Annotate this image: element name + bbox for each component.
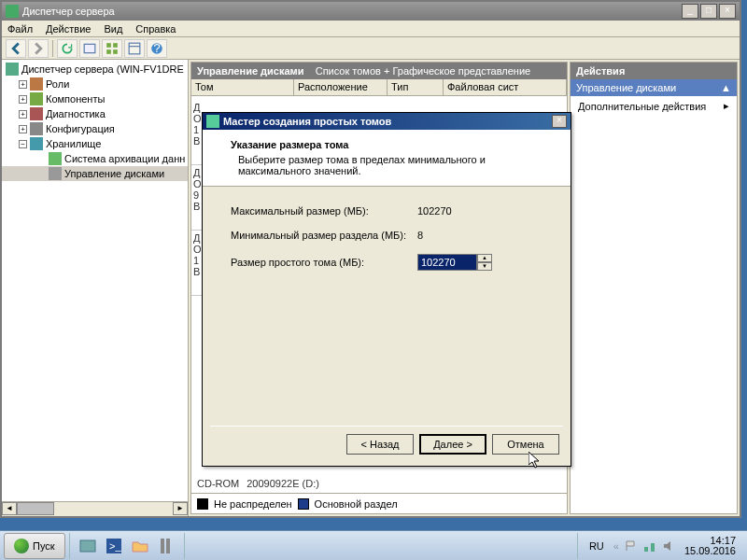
disk-icon — [49, 167, 62, 180]
back-button[interactable]: < Назад — [346, 434, 414, 455]
col-layout[interactable]: Расположение — [294, 79, 388, 95]
start-label: Пуск — [33, 540, 55, 552]
cancel-button[interactable]: Отмена — [492, 434, 559, 455]
menubar: Файл Действие Вид Справка — [2, 21, 740, 37]
tree-diag-label: Диагностика — [46, 108, 106, 119]
forward-button[interactable] — [28, 39, 49, 58]
spin-down-button[interactable]: ▼ — [477, 262, 492, 271]
collapse-icon[interactable]: − — [19, 140, 27, 148]
tree-root[interactable]: Диспетчер сервера (WIN-FV1DRE — [2, 62, 188, 77]
menu-help[interactable]: Справка — [135, 23, 176, 35]
volume-size-label: Размер простого тома (МБ): — [231, 257, 417, 268]
tree-diagnostics[interactable]: +Диагностика — [2, 106, 188, 121]
actions-diskmgmt-header[interactable]: Управление дисками ▲ — [571, 79, 737, 96]
taskbar-explorer[interactable] — [128, 534, 152, 558]
svg-rect-16 — [651, 543, 655, 552]
tree-components[interactable]: +Компоненты — [2, 91, 188, 106]
svg-text:?: ? — [153, 42, 160, 55]
wizard-body: Максимальный размер (МБ): 102270 Минимал… — [203, 187, 571, 302]
clock-date: 15.09.2016 — [684, 546, 736, 556]
tree-hscroll[interactable]: ◄ ► — [2, 501, 188, 516]
wizard-titlebar[interactable]: Мастер создания простых томов × — [203, 113, 571, 130]
disk-header-title: Управление дисками — [197, 65, 303, 77]
tree-backup-label: Система архивации данн — [64, 153, 185, 164]
clock[interactable]: 14:17 15.09.2016 — [681, 536, 740, 556]
language-indicator[interactable]: RU — [585, 540, 608, 552]
start-button[interactable]: Пуск — [4, 533, 65, 559]
menu-view[interactable]: Вид — [104, 23, 122, 35]
legend-unalloc-swatch — [197, 498, 208, 510]
tree-config[interactable]: +Конфигурация — [2, 121, 188, 136]
windows-orb-icon — [14, 539, 29, 553]
spin-up-button[interactable]: ▲ — [477, 254, 492, 262]
menu-action[interactable]: Действие — [46, 23, 91, 35]
svg-rect-2 — [113, 43, 118, 48]
toolbar-button-1[interactable] — [102, 39, 122, 58]
svg-rect-4 — [113, 49, 118, 54]
taskbar-app[interactable] — [154, 534, 178, 558]
actions-more[interactable]: Дополнительные действия ▸ — [571, 96, 737, 116]
menu-file[interactable]: Файл — [7, 23, 33, 35]
col-fs[interactable]: Файловая сист — [444, 79, 567, 95]
wizard-separator — [210, 426, 563, 427]
toolbar: ? — [2, 37, 740, 60]
chevron-right-icon: ▸ — [724, 100, 729, 112]
scroll-left[interactable]: ◄ — [2, 502, 17, 515]
expand-icon[interactable]: + — [19, 95, 27, 104]
backup-icon — [49, 152, 62, 165]
tree-diskmgmt[interactable]: Управление дисками — [2, 166, 188, 181]
app-icon — [6, 5, 19, 18]
scroll-right[interactable]: ► — [173, 502, 188, 515]
wizard-close-button[interactable]: × — [552, 115, 567, 128]
min-size-value: 8 — [417, 230, 492, 241]
tree-backup[interactable]: Система архивации данн — [2, 151, 188, 166]
toolbar-separator — [52, 40, 53, 57]
volume-size-input[interactable] — [417, 254, 477, 271]
svg-rect-5 — [129, 43, 140, 54]
wizard-icon — [206, 115, 219, 128]
tray-separator: « — [613, 540, 619, 552]
taskbar: Пуск >_ RU « 14:17 15.09.2016 — [0, 530, 747, 560]
window-title: Диспетчер сервера — [22, 6, 680, 17]
svg-rect-13 — [166, 539, 170, 553]
back-button[interactable] — [6, 39, 26, 58]
min-size-row: Минимальный размер раздела (МБ): 8 — [231, 230, 543, 241]
tree-root-label: Диспетчер сервера (WIN-FV1DRE — [21, 63, 184, 75]
flag-icon[interactable] — [625, 539, 638, 553]
collapse-icon[interactable]: ▲ — [721, 82, 731, 93]
col-type[interactable]: Тип — [388, 79, 444, 95]
volume-size-row: Размер простого тома (МБ): ▲ ▼ — [231, 254, 543, 271]
toolbar-button-2[interactable] — [124, 39, 145, 58]
svg-rect-9 — [80, 540, 95, 552]
diagnostics-icon — [30, 107, 43, 120]
wizard-subtitle: Выберите размер тома в пределах минималь… — [238, 154, 556, 176]
close-button[interactable]: × — [719, 4, 736, 19]
expand-icon[interactable]: + — [19, 125, 27, 133]
titlebar[interactable]: Диспетчер сервера _ □ × — [2, 2, 740, 21]
expand-icon[interactable]: + — [19, 110, 27, 119]
clock-time: 14:17 — [684, 536, 736, 546]
tree-storage[interactable]: −Хранилище — [2, 136, 188, 151]
cdrom-label: CD-ROM — [197, 478, 239, 489]
network-icon[interactable] — [643, 539, 656, 553]
volume-icon[interactable] — [662, 539, 675, 553]
minimize-button[interactable]: _ — [682, 4, 698, 19]
actions-more-label: Дополнительные действия — [578, 101, 724, 112]
legend-primary: Основной раздел — [315, 498, 398, 510]
col-volume[interactable]: Том — [191, 79, 294, 95]
legend-unalloc: Не распределен — [214, 498, 292, 510]
max-size-label: Максимальный размер (МБ): — [231, 205, 417, 217]
refresh-button[interactable] — [57, 39, 78, 58]
next-button[interactable]: Далее > — [419, 434, 486, 455]
properties-button[interactable] — [79, 39, 100, 58]
maximize-button[interactable]: □ — [700, 4, 717, 19]
tree-pane: Диспетчер сервера (WIN-FV1DRE +Роли +Ком… — [2, 60, 189, 516]
expand-icon[interactable]: + — [19, 80, 27, 89]
taskbar-powershell[interactable]: >_ — [102, 534, 126, 558]
help-button[interactable]: ? — [147, 39, 167, 58]
taskbar-server-manager[interactable] — [76, 534, 100, 558]
tree-roles[interactable]: +Роли — [2, 77, 188, 91]
scroll-thumb[interactable] — [17, 502, 54, 515]
server-icon — [6, 63, 19, 76]
wizard-header: Указание размера тома Выберите размер то… — [203, 130, 571, 187]
